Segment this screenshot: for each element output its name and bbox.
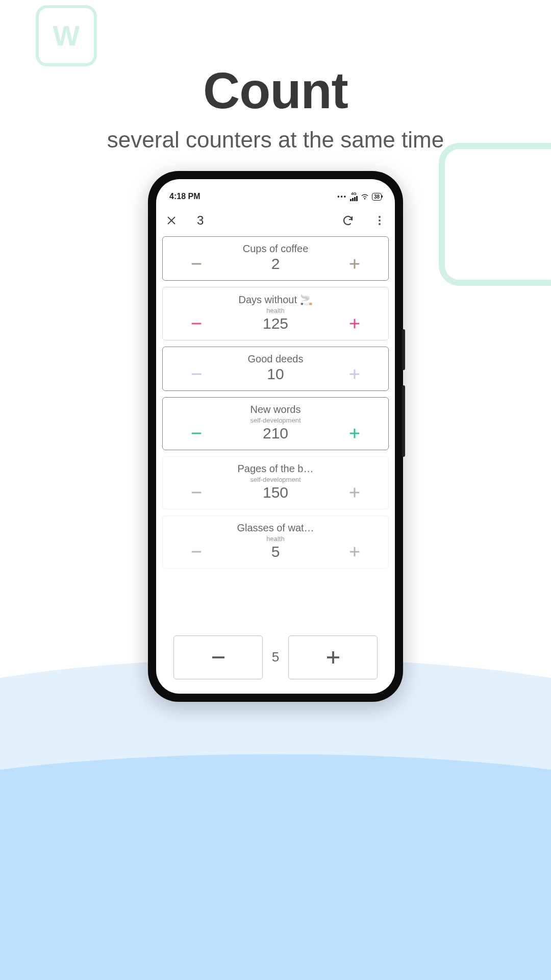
signal-icon: 4G	[350, 192, 358, 201]
bg-logo-icon-large	[439, 143, 551, 286]
counter-card[interactable]: Cups of coffee2	[162, 236, 389, 281]
decrement-button[interactable]	[187, 255, 206, 273]
counter-title: Glasses of wat…	[163, 522, 388, 534]
phone-screen: 4:18 PM ••• 4G 38 3	[156, 179, 395, 694]
phone-frame: 4:18 PM ••• 4G 38 3	[148, 171, 403, 702]
close-icon[interactable]	[165, 214, 178, 227]
increment-button[interactable]	[345, 365, 364, 383]
counter-title: New words	[163, 404, 388, 415]
decrement-button[interactable]	[187, 424, 206, 443]
decrement-button[interactable]	[187, 483, 206, 502]
counter-value: 150	[206, 484, 345, 501]
decrement-button[interactable]	[187, 314, 206, 333]
heading-title: Count	[0, 61, 551, 120]
counter-value: 2	[206, 255, 345, 273]
counter-card[interactable]: New wordsself-development210	[162, 397, 389, 450]
battery-icon: 38	[372, 193, 382, 201]
decrement-button[interactable]	[187, 365, 206, 383]
phone-side-button	[402, 329, 405, 370]
refresh-icon[interactable]	[342, 214, 354, 227]
counter-card[interactable]: Glasses of wat…health5	[162, 516, 389, 569]
counter-title: Pages of the b…	[163, 463, 388, 475]
bg-logo-icon: W	[36, 5, 97, 66]
counter-card[interactable]: Pages of the b…self-development150	[162, 456, 389, 509]
increment-button[interactable]	[345, 424, 364, 443]
counter-card[interactable]: Good deeds10	[162, 347, 389, 391]
status-right: ••• 4G 38	[337, 192, 382, 202]
app-toolbar: 3	[156, 207, 395, 234]
counter-subtitle: health	[163, 535, 388, 543]
counter-value: 210	[206, 425, 345, 442]
overlay-plus-button[interactable]	[288, 635, 378, 679]
overlay-minus-button[interactable]	[173, 635, 263, 679]
counter-subtitle: health	[163, 307, 388, 314]
heading-subtitle: several counters at the same time	[0, 127, 551, 153]
increment-button[interactable]	[345, 483, 364, 502]
increment-button[interactable]	[345, 314, 364, 333]
status-time: 4:18 PM	[169, 192, 200, 201]
decrement-button[interactable]	[187, 543, 206, 561]
counter-title: Good deeds	[163, 353, 388, 365]
marketing-heading: Count several counters at the same time	[0, 61, 551, 153]
counter-list[interactable]: Cups of coffee2Days without 🚬health125Go…	[156, 234, 395, 694]
phone-side-button-2	[402, 385, 405, 457]
counter-value: 5	[206, 543, 345, 560]
selection-count: 3	[197, 213, 204, 228]
counter-value: 125	[206, 315, 345, 332]
counter-subtitle: self-development	[163, 476, 388, 483]
increment-button[interactable]	[345, 543, 364, 561]
counter-card[interactable]: Days without 🚬health125	[162, 287, 389, 340]
counter-title: Cups of coffee	[163, 243, 388, 255]
counter-value: 10	[206, 365, 345, 383]
counter-subtitle: self-development	[163, 416, 388, 424]
wifi-icon	[361, 192, 369, 202]
counter-title: Days without 🚬	[163, 293, 388, 306]
more-icon[interactable]	[373, 214, 386, 227]
status-bar: 4:18 PM ••• 4G 38	[156, 186, 395, 207]
increment-button[interactable]	[345, 255, 364, 273]
status-dots-icon: •••	[337, 193, 347, 200]
